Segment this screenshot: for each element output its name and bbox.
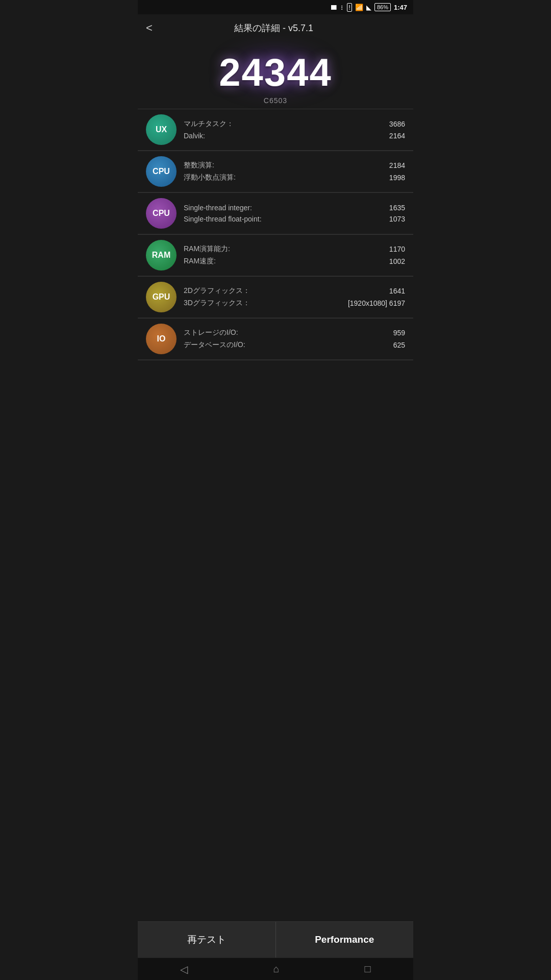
bench-value-2-0: 1635 (389, 204, 405, 212)
bench-label-4-1: 3Dグラフィックス： (184, 299, 250, 308)
badge-io-5: IO (146, 324, 177, 354)
bench-line-0-1: Dalvik:2164 (184, 130, 405, 141)
bench-details-2: Single-thread integer:1635Single-thread … (184, 202, 405, 225)
score-background: 24344 (219, 50, 332, 94)
bench-label-3-1: RAM速度: (184, 257, 216, 266)
bench-label-3-0: RAM演算能力: (184, 244, 230, 254)
bench-value-3-0: 1170 (389, 245, 405, 253)
score-value: 24344 (219, 50, 332, 94)
bench-value-5-0: 959 (393, 329, 405, 337)
status-time: 1:47 (394, 4, 407, 11)
bluetooth-icon: ⯀ (331, 4, 337, 11)
header: < 結果の詳細 - v5.7.1 (138, 14, 413, 42)
badge-cpu-1: CPU (146, 156, 177, 187)
battery-indicator: 86% (374, 3, 391, 11)
bench-label-0-0: マルチタスク： (184, 119, 234, 129)
bench-value-1-1: 1998 (389, 174, 405, 182)
bench-value-0-0: 3686 (389, 120, 405, 128)
bench-details-3: RAM演算能力:1170RAM速度:1002 (184, 243, 405, 267)
bench-details-5: ストレージのI/O:959データベースのI/O:625 (184, 327, 405, 351)
bench-label-5-1: データベースのI/O: (184, 340, 245, 350)
bench-line-3-1: RAM速度:1002 (184, 255, 405, 267)
badge-cpu-2: CPU (146, 198, 177, 229)
bench-details-4: 2Dグラフィックス：16413Dグラフィックス：[980x551] 6197 (184, 285, 405, 309)
bench-details-0: マルチタスク：3686Dalvik:2164 (184, 118, 405, 141)
bench-line-2-0: Single-thread integer:1635 (184, 202, 405, 213)
bench-label-1-0: 整数演算: (184, 161, 214, 170)
bench-label-1-1: 浮動小数点演算: (184, 173, 236, 182)
bench-label-2-0: Single-thread integer: (184, 204, 252, 212)
bench-line-2-1: Single-thread float-point:1073 (184, 213, 405, 225)
bench-line-5-0: ストレージのI/O:959 (184, 327, 405, 339)
bench-label-4-0: 2Dグラフィックス： (184, 286, 250, 296)
status-bar: ⯀ ⫶ ! 📶 ◣ 86% 1:47 (138, 0, 413, 14)
badge-ux-0: UX (146, 114, 177, 145)
bench-value-5-1: 625 (393, 341, 405, 349)
bench-row-5: IOストレージのI/O:959データベースのI/O:625 (138, 318, 413, 360)
bench-line-4-0: 2Dグラフィックス：1641 (184, 285, 405, 297)
vibrate-icon: ⫶ (340, 4, 344, 11)
bench-line-1-0: 整数演算:2184 (184, 159, 405, 172)
bench-line-5-1: データベースのI/O:625 (184, 339, 405, 351)
bench-value-3-1: 1002 (389, 257, 405, 265)
alert-icon: ! (347, 3, 352, 12)
bench-row-3: RAMRAM演算能力:1170RAM速度:1002 (138, 235, 413, 276)
bench-row-1: CPU整数演算:2184浮動小数点演算:1998 (138, 151, 413, 192)
badge-ram-3: RAM (146, 240, 177, 271)
bench-row-4: GPU2Dグラフィックス：16413Dグラフィックス：[980x551] 6… (138, 277, 413, 318)
bench-line-0-0: マルチタスク：3686 (184, 118, 405, 130)
score-device: C6503 (138, 96, 413, 105)
page-title: 結果の詳細 - v5.7.1 (158, 22, 390, 34)
bench-line-1-1: 浮動小数点演算:1998 (184, 172, 405, 184)
bench-line-4-1: 3Dグラフィックス：[980x551] 6197 (184, 297, 405, 309)
signal-icon: ◣ (366, 4, 371, 11)
benchmark-list: UXマルチタスク：3686Dalvik:2164CPU整数演算:2184浮動小数… (138, 109, 413, 428)
bench-details-1: 整数演算:2184浮動小数点演算:1998 (184, 159, 405, 184)
bench-row-0: UXマルチタスク：3686Dalvik:2164 (138, 109, 413, 151)
bench-value-0-1: 2164 (389, 132, 405, 140)
status-icons: ⯀ ⫶ ! 📶 ◣ 86% 1:47 (331, 3, 407, 12)
bench-label-0-1: Dalvik: (184, 132, 205, 140)
badge-gpu-4: GPU (146, 282, 177, 312)
bench-label-5-0: ストレージのI/O: (184, 328, 238, 337)
bench-value-4-1: [980x551] 6197 (348, 299, 405, 307)
bench-line-3-0: RAM演算能力:1170 (184, 243, 405, 255)
bench-row-2: CPUSingle-thread integer:1635Single-thre… (138, 193, 413, 234)
bench-value-2-1: 1073 (389, 215, 405, 223)
bench-label-2-1: Single-thread float-point: (184, 215, 262, 223)
bench-value-1-0: 2184 (389, 161, 405, 169)
score-section: 24344 C6503 (138, 42, 413, 109)
wifi-icon: 📶 (355, 4, 363, 11)
back-button[interactable]: < (146, 21, 153, 35)
bench-value-4-0: 1641 (389, 287, 405, 295)
